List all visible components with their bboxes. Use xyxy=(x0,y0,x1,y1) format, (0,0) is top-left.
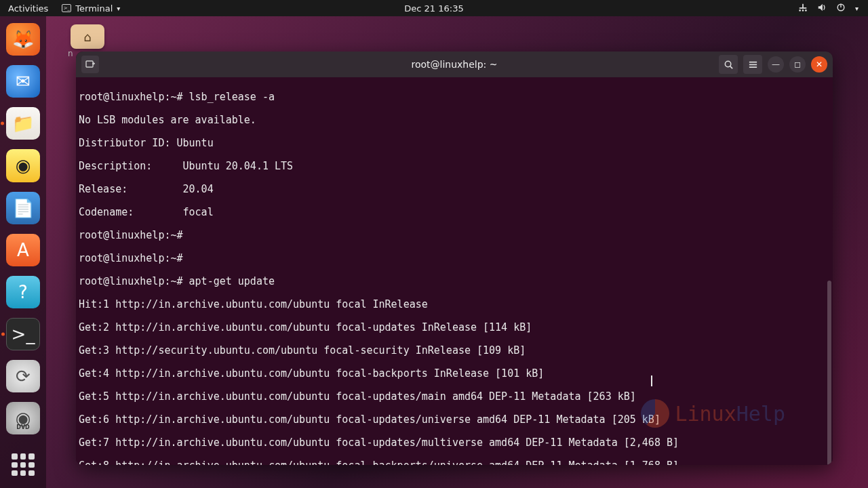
terminal-line: Release: 20.04 xyxy=(79,184,830,195)
app-menu[interactable]: >_ Terminal ▾ xyxy=(56,3,125,14)
firefox-icon: 🦊 xyxy=(12,29,34,49)
dock-app-files[interactable]: 📁 xyxy=(6,107,40,140)
files-window-tab[interactable]: ⌂ xyxy=(71,24,104,49)
svg-point-1 xyxy=(802,9,804,12)
dock-app-help[interactable]: ? xyxy=(6,276,40,308)
svg-rect-10 xyxy=(93,62,94,65)
dock-app-updates[interactable]: ⟳ xyxy=(6,360,40,392)
terminal-line: Get:7 http://in.archive.ubuntu.com/ubunt… xyxy=(79,437,830,449)
terminal-line: root@linuxhelp:~# xyxy=(79,230,830,241)
minimize-button[interactable]: — xyxy=(768,56,784,73)
dock-app-disk[interactable]: ◉ xyxy=(6,402,40,434)
dock-app-rhythmbox[interactable]: ◉ xyxy=(6,149,40,182)
terminal-content[interactable]: root@linuxhelp:~# lsb_release -a No LSB … xyxy=(76,77,833,465)
close-icon: ✕ xyxy=(816,60,823,69)
app-menu-label: Terminal xyxy=(75,3,113,14)
dock-app-thunderbird[interactable]: ✉ xyxy=(6,65,40,98)
dock: 🦊 ✉ 📁 ◉ 📄 A ? >_ ⟳ ◉ xyxy=(0,16,46,488)
hamburger-icon xyxy=(748,60,758,70)
window-title: root@linuxhelp: ~ xyxy=(411,59,497,70)
menu-button[interactable] xyxy=(743,55,762,74)
terminal-line: Get:6 http://in.archive.ubuntu.com/ubunt… xyxy=(79,414,830,426)
minimize-icon: — xyxy=(772,60,780,69)
terminal-line: Get:3 http://security.ubuntu.com/ubuntu … xyxy=(79,345,830,357)
terminal-line: Get:4 http://in.archive.ubuntu.com/ubunt… xyxy=(79,368,830,380)
terminal-line: root@linuxhelp:~# xyxy=(79,253,830,264)
shopping-bag-icon: A xyxy=(17,240,29,260)
clock: Dec 21 16:35 xyxy=(404,3,463,14)
terminal-line: root@linuxhelp:~# lsb_release -a xyxy=(79,92,830,103)
terminal-line: Description: Ubuntu 20.04.1 LTS xyxy=(79,161,830,172)
svg-point-0 xyxy=(799,9,801,12)
dock-app-software[interactable]: A xyxy=(6,234,40,266)
network-icon[interactable] xyxy=(798,3,808,14)
terminal-line: Get:5 http://in.archive.ubuntu.com/ubunt… xyxy=(79,391,830,403)
svg-line-12 xyxy=(730,66,732,68)
maximize-icon: ◻ xyxy=(794,60,801,69)
svg-rect-4 xyxy=(800,7,807,9)
disc-icon: ◉ xyxy=(16,408,31,428)
svg-rect-8 xyxy=(86,61,93,67)
dock-app-firefox[interactable]: 🦊 xyxy=(6,23,40,56)
terminal-line: root@linuxhelp:~# apt-get update xyxy=(79,276,830,287)
volume-icon[interactable] xyxy=(817,3,827,14)
chevron-down-icon: ▾ xyxy=(117,5,120,12)
running-indicator xyxy=(1,332,5,336)
question-icon: ? xyxy=(18,282,28,302)
terminal-line: Codename: focal xyxy=(79,207,830,218)
power-icon[interactable] xyxy=(836,3,846,14)
maximize-button[interactable]: ◻ xyxy=(789,56,806,73)
svg-rect-14 xyxy=(749,64,756,65)
top-bar: Activities >_ Terminal ▾ Dec 21 16:35 ▾ xyxy=(0,0,868,16)
terminal-line: No LSB modules are available. xyxy=(79,115,830,126)
updates-icon: ⟳ xyxy=(16,366,31,386)
terminal-icon: >_ xyxy=(12,324,35,344)
svg-rect-15 xyxy=(749,66,756,68)
terminal-titlebar[interactable]: root@linuxhelp: ~ — ◻ ✕ xyxy=(76,52,833,77)
svg-marker-5 xyxy=(818,3,823,11)
terminal-line: Get:8 http://in.archive.ubuntu.com/ubunt… xyxy=(79,460,830,465)
close-button[interactable]: ✕ xyxy=(811,56,827,73)
thunderbird-icon: ✉ xyxy=(16,71,31,92)
svg-point-11 xyxy=(725,61,730,66)
activities-button[interactable]: Activities xyxy=(0,3,56,14)
scrollbar[interactable] xyxy=(827,281,831,465)
new-tab-icon xyxy=(85,59,96,70)
dock-app-terminal[interactable]: >_ xyxy=(6,318,40,350)
files-icon: 📁 xyxy=(12,113,34,134)
show-applications-button[interactable] xyxy=(12,453,35,476)
terminal-line: Distributor ID: Ubuntu xyxy=(79,138,830,149)
svg-rect-13 xyxy=(749,61,756,62)
system-tray[interactable]: ▾ xyxy=(798,3,868,14)
terminal-window: root@linuxhelp: ~ — ◻ ✕ root@linuxhelp:~… xyxy=(76,52,833,465)
terminal-line: Hit:1 http://in.archive.ubuntu.com/ubunt… xyxy=(79,299,830,310)
running-indicator xyxy=(1,122,4,125)
chevron-down-icon[interactable]: ▾ xyxy=(855,5,859,12)
new-tab-button[interactable] xyxy=(81,56,99,73)
document-icon: 📄 xyxy=(12,198,34,218)
terminal-line: Get:2 http://in.archive.ubuntu.com/ubunt… xyxy=(79,322,830,333)
svg-rect-7 xyxy=(840,3,841,7)
home-icon: ⌂ xyxy=(83,30,91,44)
speaker-icon: ◉ xyxy=(16,155,31,176)
dock-app-writer[interactable]: 📄 xyxy=(6,192,40,224)
text-cursor xyxy=(651,375,652,386)
terminal-icon: >_ xyxy=(62,4,71,12)
search-button[interactable] xyxy=(719,55,738,74)
search-icon xyxy=(724,60,734,70)
svg-point-2 xyxy=(805,9,807,12)
